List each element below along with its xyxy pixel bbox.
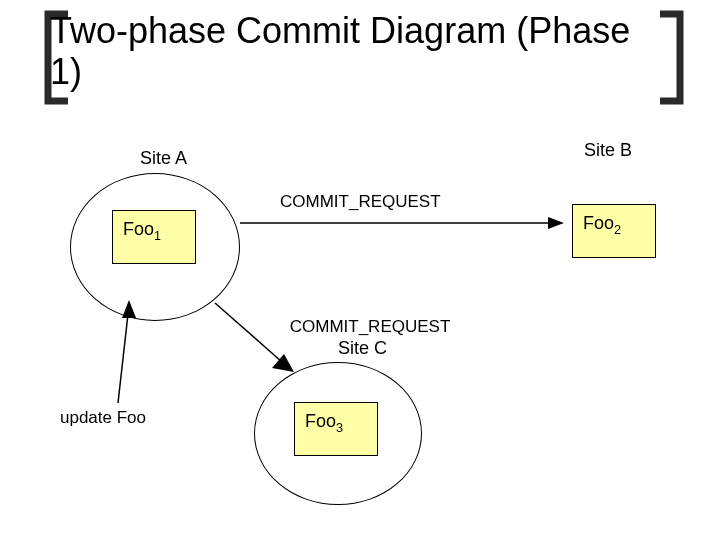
foo3-box: Foo3 [294,402,378,456]
diagram-stage: Two-phase Commit Diagram (Phase 1) Site … [0,0,720,540]
commit-request-ab-label: COMMIT_REQUEST [280,192,441,212]
foo1-box: Foo1 [112,210,196,264]
foo3-sub: 3 [336,421,343,435]
site-a-label: Site A [140,148,187,169]
page-title: Two-phase Commit Diagram (Phase 1) [50,10,670,93]
foo2-label: Foo [583,213,614,233]
site-c-label: Site C [338,338,387,359]
update-foo-label: update Foo [60,408,146,428]
foo3-label: Foo [305,411,336,431]
title-wrap: Two-phase Commit Diagram (Phase 1) [50,10,670,93]
commit-request-ac-label: COMMIT_REQUEST [270,317,470,337]
svg-marker-1 [548,217,564,229]
foo2-box: Foo2 [572,204,656,258]
site-b-label: Site B [584,140,632,161]
svg-line-4 [118,314,128,403]
foo2-sub: 2 [614,223,621,237]
foo1-sub: 1 [154,229,161,243]
arrow-update-icon [108,298,138,406]
arrow-ac-icon [210,298,300,378]
svg-line-2 [215,303,282,362]
foo1-label: Foo [123,219,154,239]
arrow-ab-icon [240,214,564,232]
svg-marker-5 [122,300,136,318]
